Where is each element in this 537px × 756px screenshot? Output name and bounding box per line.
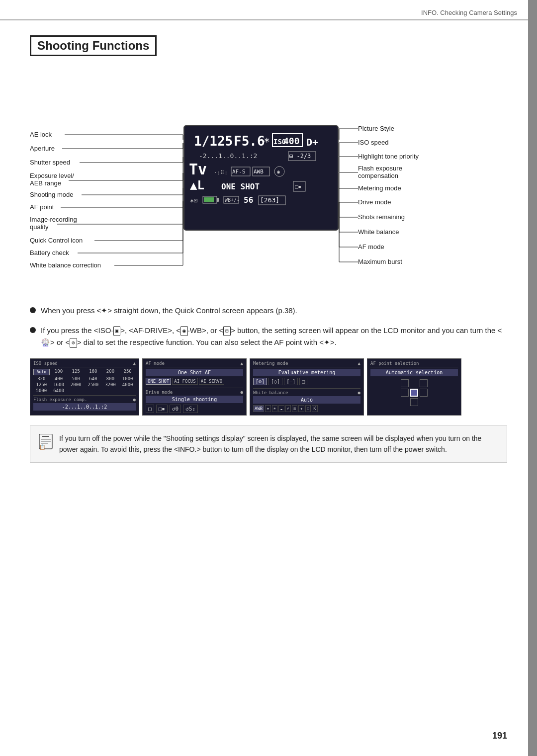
lcd-panel-metering: Metering mode ▲ Evaluative metering [⊙] … — [250, 358, 364, 416]
svg-text:AWB: AWB — [254, 168, 264, 175]
svg-text:-2...1..0..1.:2: -2...1..0..1.:2 — [199, 152, 257, 160]
page-header: INFO. Checking Camera Settings — [0, 0, 537, 20]
svg-text:Flash exposure: Flash exposure — [358, 165, 402, 172]
svg-text:[263]: [263] — [260, 196, 279, 204]
svg-rect-26 — [217, 198, 219, 202]
svg-text:▲L: ▲L — [190, 178, 204, 192]
diagram-svg: 1/125 F5.6 * ISO 400 D+ -2...1..0..1.:2 … — [30, 71, 507, 290]
svg-rect-99 — [41, 443, 48, 444]
lcd-panel-af-title: AF mode ▲ — [146, 361, 243, 367]
svg-text:White balance correction: White balance correction — [30, 261, 101, 269]
bullet-item-2: If you press the <ISO·▣>, <AF·DRIVE>, <◉… — [30, 325, 507, 348]
svg-text:Shots remaining: Shots remaining — [358, 213, 405, 221]
svg-text:📋: 📋 — [39, 444, 46, 450]
svg-text:Highlight tone priority: Highlight tone priority — [358, 153, 419, 160]
svg-text:Metering mode: Metering mode — [358, 184, 401, 192]
svg-text:AF-S: AF-S — [232, 168, 246, 175]
lcd-panel-iso: ISO speed ▲ Auto 100 125 160 200 250 320… — [30, 358, 139, 416]
svg-rect-96 — [42, 436, 49, 437]
bullet-dot-2 — [30, 327, 36, 333]
bullet-item-1: When you press <✦> straight down, the Qu… — [30, 305, 507, 317]
bullet-dot-1 — [30, 307, 36, 313]
svg-text:Picture Style: Picture Style — [358, 125, 394, 132]
note-box: 📋 If you turn off the power while the "S… — [30, 425, 507, 463]
lcd-panel-metering-title: Metering mode ▲ — [253, 361, 360, 367]
svg-text:WB+/-: WB+/- — [225, 197, 240, 203]
svg-rect-25 — [204, 197, 214, 202]
bullet-text-2: If you press the <ISO·▣>, <AF·DRIVE>, <◉… — [41, 325, 507, 348]
lcd-panel-afpoint: AF point selection Automatic selection — [367, 358, 461, 416]
svg-rect-97 — [41, 439, 51, 440]
svg-text:56: 56 — [244, 195, 253, 205]
svg-text:Exposure level/: Exposure level/ — [30, 172, 74, 179]
bullets-section: When you press <✦> straight down, the Qu… — [30, 305, 507, 348]
lcd-panels: ISO speed ▲ Auto 100 125 160 200 250 320… — [30, 358, 507, 416]
svg-text:Image-recording: Image-recording — [30, 216, 77, 223]
svg-text:compensation: compensation — [358, 172, 398, 179]
lcd-panel-afpoint-title: AF point selection — [370, 361, 458, 367]
svg-text:White balance: White balance — [358, 228, 399, 236]
svg-text:D+: D+ — [306, 136, 318, 148]
svg-text:Aperture: Aperture — [30, 145, 55, 152]
svg-text:ONE SHOT: ONE SHOT — [221, 182, 260, 191]
svg-text:AEB range: AEB range — [30, 179, 61, 187]
svg-text:Tv: Tv — [189, 161, 207, 178]
svg-text:1/125: 1/125 — [194, 134, 233, 149]
svg-text:·:⠿:: ·:⠿: — [214, 169, 228, 176]
svg-text:✶⊡: ✶⊡ — [190, 197, 198, 204]
svg-text:Quick Control icon: Quick Control icon — [30, 237, 83, 244]
svg-text:⊟ -2/3: ⊟ -2/3 — [289, 153, 311, 160]
svg-rect-98 — [41, 441, 51, 442]
diagram-container: 1/125 F5.6 * ISO 400 D+ -2...1..0..1.:2 … — [30, 71, 507, 290]
svg-text:◉: ◉ — [277, 169, 280, 174]
svg-text:400: 400 — [283, 136, 300, 146]
svg-text:quality: quality — [30, 223, 49, 231]
lcd-panel-iso-title: ISO speed ▲ — [33, 361, 136, 367]
svg-text:Battery check: Battery check — [30, 249, 69, 256]
svg-text:AF mode: AF mode — [358, 243, 384, 251]
note-icon: 📋 — [38, 434, 53, 455]
svg-text:ISO speed: ISO speed — [358, 139, 388, 146]
header-text: INFO. Checking Camera Settings — [421, 9, 517, 16]
svg-text:AE lock: AE lock — [30, 131, 52, 138]
page-sidebar — [528, 0, 537, 756]
page-number: 191 — [492, 731, 507, 741]
note-text: If you turn off the power while the "Sho… — [59, 433, 499, 455]
svg-text:Drive mode: Drive mode — [358, 198, 391, 206]
section-title: Shooting Functions — [30, 35, 157, 56]
svg-text:*: * — [264, 136, 270, 148]
bullet-text-1: When you press <✦> straight down, the Qu… — [41, 305, 507, 317]
svg-text:Shooting mode: Shooting mode — [30, 191, 73, 198]
svg-text:□▪: □▪ — [295, 183, 301, 190]
svg-text:AF point: AF point — [30, 203, 54, 211]
lcd-panel-af: AF mode ▲ One-Shot AF ONE SHOT AI FOCUS … — [142, 358, 247, 416]
svg-text:Shutter speed: Shutter speed — [30, 159, 70, 166]
svg-text:F5.6: F5.6 — [234, 134, 265, 149]
svg-text:Maximum burst: Maximum burst — [358, 258, 402, 265]
